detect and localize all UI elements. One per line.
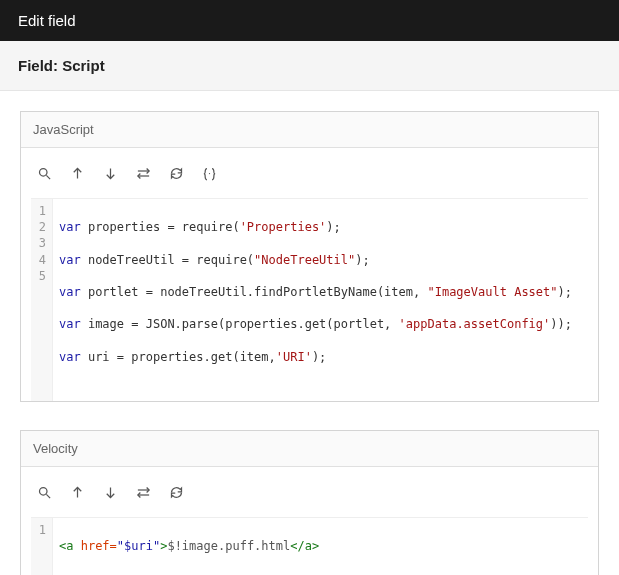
line-number: 5 xyxy=(35,268,46,284)
swap-icon[interactable] xyxy=(136,485,151,503)
panel-velocity-title: Velocity xyxy=(21,431,598,467)
js-code[interactable]: var properties = require('Properties'); … xyxy=(53,199,588,401)
refresh-icon[interactable] xyxy=(169,166,184,184)
swap-icon[interactable] xyxy=(136,166,151,184)
code-line: var properties = require('Properties'); xyxy=(59,219,582,235)
code-line: var portlet = nodeTreeUtil.findPortletBy… xyxy=(59,284,582,300)
window-title: Edit field xyxy=(18,12,76,29)
arrow-up-icon[interactable] xyxy=(70,166,85,184)
code-line: <a href="$uri">$!image.puff.html</a> xyxy=(59,538,582,554)
vel-code[interactable]: <a href="$uri">$!image.puff.html</a> xyxy=(53,518,588,575)
line-number: 1 xyxy=(35,522,46,538)
svg-point-5 xyxy=(40,488,48,496)
arrow-up-icon[interactable] xyxy=(70,485,85,503)
line-number: 1 xyxy=(35,203,46,219)
line-number: 3 xyxy=(35,235,46,251)
svg-point-0 xyxy=(40,169,48,177)
vel-toolbar xyxy=(31,477,588,517)
svg-line-1 xyxy=(46,175,50,179)
panel-javascript-body: 1 2 3 4 5 var properties = require('Prop… xyxy=(21,148,598,401)
line-number: 4 xyxy=(35,252,46,268)
code-line: var uri = properties.get(item,'URI'); xyxy=(59,349,582,365)
refresh-icon[interactable] xyxy=(169,485,184,503)
vel-editor[interactable]: 1 <a href="$uri">$!image.puff.html</a> xyxy=(31,517,588,575)
svg-point-4 xyxy=(209,173,210,174)
panel-javascript-title: JavaScript xyxy=(21,112,598,148)
search-icon[interactable] xyxy=(37,485,52,503)
svg-line-6 xyxy=(46,495,50,499)
window-header: Edit field xyxy=(0,0,619,41)
panel-javascript: JavaScript 1 2 3 4 5 var properties = re… xyxy=(20,111,599,402)
panel-velocity-body: 1 <a href="$uri">$!image.puff.html</a> xyxy=(21,467,598,575)
code-line: var image = JSON.parse(properties.get(po… xyxy=(59,316,582,332)
panel-velocity: Velocity 1 <a href="$uri">$!image.puff.h… xyxy=(20,430,599,575)
search-icon[interactable] xyxy=(37,166,52,184)
js-gutter: 1 2 3 4 5 xyxy=(31,199,53,401)
line-number: 2 xyxy=(35,219,46,235)
code-line: var nodeTreeUtil = require("NodeTreeUtil… xyxy=(59,252,582,268)
js-toolbar xyxy=(31,158,588,198)
arrow-down-icon[interactable] xyxy=(103,166,118,184)
content-area: JavaScript 1 2 3 4 5 var properties = re… xyxy=(0,91,619,575)
vel-gutter: 1 xyxy=(31,518,53,575)
js-editor[interactable]: 1 2 3 4 5 var properties = require('Prop… xyxy=(31,198,588,401)
section-subheader: Field: Script xyxy=(0,41,619,91)
section-title: Field: Script xyxy=(18,57,105,74)
indent-icon[interactable] xyxy=(202,166,217,184)
arrow-down-icon[interactable] xyxy=(103,485,118,503)
